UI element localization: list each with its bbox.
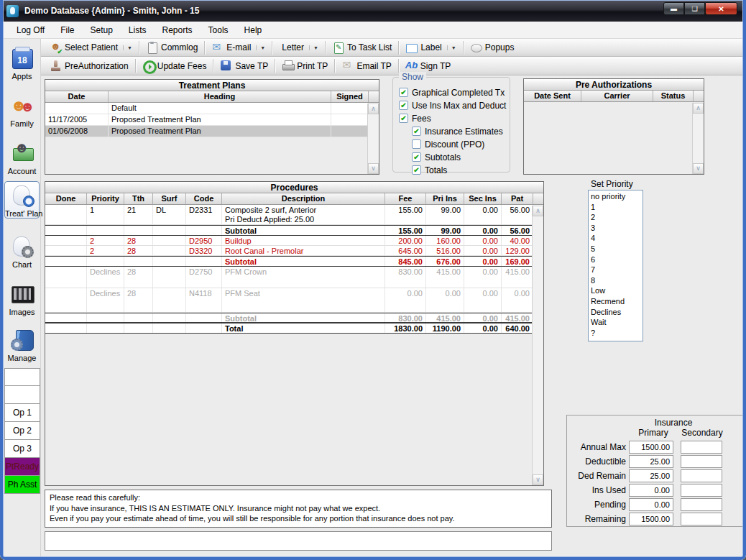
treatment-plan-row[interactable]: 11/17/2005Proposed Treatment Plan — [45, 114, 379, 126]
sidebar-module-appts[interactable]: Appts — [4, 45, 40, 81]
sidebar-module-chart[interactable]: Chart — [4, 233, 40, 269]
menu-reports[interactable]: Reports — [155, 23, 201, 37]
menu-help[interactable]: Help — [236, 23, 270, 37]
letter-button[interactable]: Letter▼ — [275, 40, 323, 55]
select-patient-button[interactable]: Select Patient▼ — [45, 40, 137, 55]
priority-option-3[interactable]: 3 — [591, 223, 643, 234]
menu-tools[interactable]: Tools — [201, 23, 236, 37]
scroll-up-icon[interactable]: ∧ — [533, 206, 543, 216]
dropdown-arrow-icon[interactable]: ▼ — [256, 45, 265, 50]
show-option-use-ins-max-and-deduct[interactable]: ✔Use Ins Max and Deduct — [399, 99, 510, 111]
scroll-down-icon[interactable]: ∨ — [533, 474, 543, 485]
sidebar-module-treat-plan[interactable]: Treat' Plan — [4, 181, 40, 219]
insurance-primary-remaining[interactable]: 1500.00 — [629, 513, 673, 525]
subtotal-row[interactable]: Subtotal845.00676.000.00169.00 — [45, 256, 543, 267]
operatory-empty[interactable] — [4, 368, 40, 386]
show-option-graphical-completed-tx[interactable]: ✔Graphical Completed Tx — [399, 86, 510, 98]
commlog-button[interactable]: Commlog — [142, 40, 202, 55]
insurance-secondary-annual-max[interactable] — [681, 441, 722, 454]
priority-option-8[interactable]: 8 — [591, 275, 643, 286]
preauthorization-button[interactable]: PreAuthorization — [45, 58, 133, 73]
sidebar-module-family[interactable]: Family — [4, 92, 40, 128]
insurance-secondary-remaining[interactable] — [681, 513, 722, 525]
operatory-op-2[interactable]: Op 2 — [4, 422, 40, 440]
insurance-primary-deductible[interactable]: 25.00 — [629, 455, 673, 468]
show-option-insurance-estimates[interactable]: ✔Insurance Estimates — [412, 125, 510, 137]
e-mail-button[interactable]: E-mail▼ — [207, 40, 270, 55]
priority-option-low[interactable]: Low — [591, 285, 643, 296]
scroll-up-icon[interactable]: ∧ — [368, 104, 379, 114]
procedure-row-d2331[interactable]: 121DLD2331Composite 2 surf, AnteriorPri … — [45, 205, 543, 225]
show-option-fees[interactable]: ✔Fees — [399, 112, 510, 124]
insurance-primary-ded-remain[interactable]: 25.00 — [629, 469, 673, 482]
pre-authorizations-scrollbar[interactable]: ∧ ∨ — [692, 103, 704, 174]
insurance-secondary-deductible[interactable] — [681, 455, 722, 468]
update-fees-button[interactable]: Update Fees — [138, 58, 211, 73]
menu-setup[interactable]: Setup — [82, 23, 120, 37]
scroll-down-icon[interactable]: ∨ — [368, 163, 379, 174]
treatment-plan-row[interactable]: Default — [45, 103, 379, 114]
show-option-discount-ppo[interactable]: Discount (PPO) — [412, 138, 510, 150]
insurance-primary-annual-max[interactable]: 1500.00 — [629, 441, 673, 454]
minimize-button[interactable]: ▬ — [663, 2, 684, 15]
insurance-secondary-pending[interactable] — [681, 498, 722, 511]
priority-option-2[interactable]: 2 — [591, 212, 643, 223]
maximize-button[interactable]: ❑ — [684, 2, 705, 15]
checkbox-checked-icon[interactable]: ✔ — [412, 165, 421, 175]
priority-option-wait[interactable]: Wait — [591, 317, 643, 328]
sign-tp-button[interactable]: Sign TP — [401, 58, 455, 73]
email-tp-button[interactable]: Email TP — [337, 58, 395, 73]
checkbox-checked-icon[interactable]: ✔ — [399, 114, 408, 123]
title-bar[interactable]: Demo Database {Admin} - Smith, John - 15… — [0, 0, 746, 22]
popups-button[interactable]: Popups — [466, 40, 519, 55]
priority-option-7[interactable]: 7 — [591, 265, 643, 275]
menu-log-off[interactable]: Log Off — [9, 23, 52, 37]
treatment-plan-row[interactable]: 01/06/2008Proposed Treatment Plan — [45, 126, 379, 137]
menu-lists[interactable]: Lists — [121, 23, 155, 37]
operatory-op-1[interactable]: Op 1 — [4, 404, 40, 422]
sidebar-module-account[interactable]: Account — [4, 139, 40, 175]
procedure-row-d2750[interactable]: Declines28D2750PFM Crown830.00415.000.00… — [45, 267, 543, 288]
priority-option-1[interactable]: 1 — [591, 202, 643, 213]
subtotal-row[interactable]: Subtotal830.00415.000.00415.00 — [45, 313, 543, 323]
checkbox-checked-icon[interactable]: ✔ — [399, 88, 408, 97]
operatory-ptready[interactable]: PtReady — [4, 458, 40, 476]
priority-option-no-priority[interactable]: no priority — [591, 191, 643, 202]
insurance-secondary-ins-used[interactable] — [681, 484, 722, 497]
priority-option-declines[interactable]: Declines — [591, 307, 643, 318]
insurance-primary-pending[interactable]: 0.00 — [629, 498, 673, 511]
dropdown-arrow-icon[interactable]: ▼ — [447, 45, 456, 50]
procedure-row-d2950[interactable]: 228D2950Buildup200.00160.000.0040.00 — [45, 236, 543, 246]
show-option-totals[interactable]: ✔Totals — [412, 164, 510, 176]
procedure-row-n4118[interactable]: Declines28N4118PFM Seat0.000.000.000.00 — [45, 288, 543, 313]
menu-file[interactable]: File — [52, 23, 82, 37]
sidebar-module-manage[interactable]: Manage — [4, 326, 40, 362]
label-button[interactable]: Label▼ — [401, 40, 460, 55]
insurance-primary-ins-used[interactable]: 0.00 — [629, 484, 673, 497]
total-row[interactable]: Total1830.001190.000.00640.00 — [45, 323, 543, 334]
checkbox-checked-icon[interactable]: ✔ — [412, 152, 421, 162]
to-task-list-button[interactable]: To Task List — [328, 40, 396, 55]
insurance-secondary-ded-remain[interactable] — [681, 469, 722, 482]
sidebar-module-images[interactable]: Images — [4, 280, 40, 316]
checkbox-unchecked-icon[interactable] — [412, 139, 421, 149]
bottom-note-box[interactable] — [45, 531, 552, 551]
save-tp-button[interactable]: Save TP — [216, 58, 272, 73]
procedure-row-d3320[interactable]: 228D3320Root Canal - Premolar645.00516.0… — [45, 246, 543, 256]
operatory-op-3[interactable]: Op 3 — [4, 440, 40, 458]
checkbox-checked-icon[interactable]: ✔ — [399, 101, 408, 110]
print-tp-button[interactable]: Print TP — [277, 58, 332, 73]
scroll-up-icon[interactable]: ∧ — [693, 103, 704, 114]
priority-option-6[interactable]: 6 — [591, 254, 643, 265]
close-button[interactable]: ✕ — [705, 2, 737, 15]
scroll-down-icon[interactable]: ∨ — [693, 163, 704, 174]
priority-option-item[interactable]: ? — [591, 328, 643, 339]
priority-option-recmend[interactable]: Recmend — [591, 296, 643, 307]
dropdown-arrow-icon[interactable]: ▼ — [309, 45, 318, 50]
show-option-subtotals[interactable]: ✔Subtotals — [412, 151, 510, 163]
priority-option-5[interactable]: 5 — [591, 244, 643, 254]
checkbox-checked-icon[interactable]: ✔ — [412, 127, 421, 136]
treatment-plans-scrollbar[interactable]: ∧ ∨ — [367, 104, 379, 174]
operatory-empty[interactable] — [4, 386, 40, 404]
procedures-scrollbar[interactable]: ∧ ∨ — [532, 206, 543, 485]
